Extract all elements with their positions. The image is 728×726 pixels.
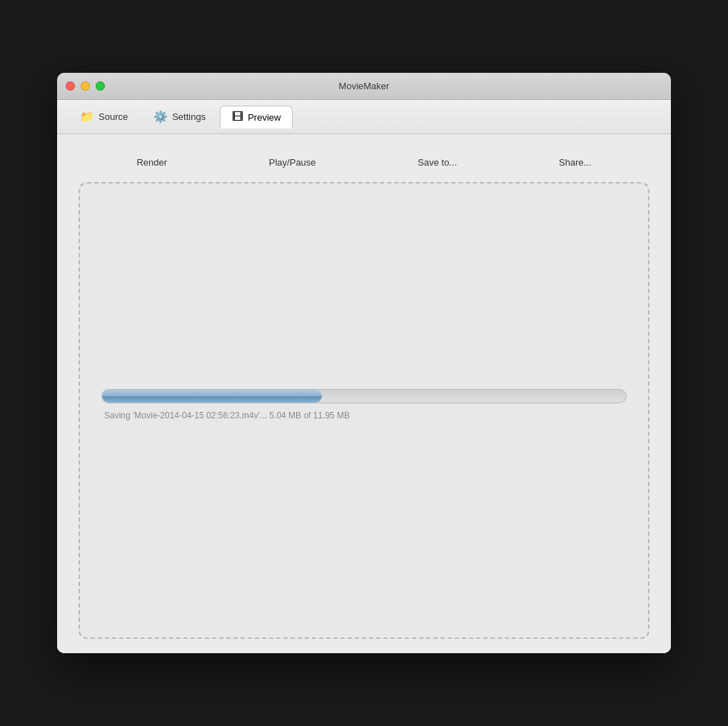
window-title: MovieMaker: [339, 81, 390, 91]
save-to-button[interactable]: Save to...: [409, 154, 465, 171]
maximize-button[interactable]: [96, 81, 105, 91]
render-button[interactable]: Render: [128, 154, 176, 171]
tab-preview-label: Preview: [248, 112, 280, 123]
play-pause-button[interactable]: Play/Pause: [261, 154, 325, 171]
preview-area: Saving 'Movie-2014-04-15 02:56:23.m4v'..…: [79, 182, 649, 639]
save-to-label: Save to...: [418, 157, 457, 168]
progress-status-text: Saving 'Movie-2014-04-15 02:56:23.m4v'..…: [101, 410, 627, 420]
share-label: Share...: [559, 157, 592, 168]
action-bar: Render Play/Pause Save to... Share...: [71, 148, 657, 182]
app-window: MovieMaker 📁 Source ⚙️ Settings 🎞 Previe…: [57, 73, 671, 653]
titlebar: MovieMaker: [57, 73, 671, 100]
render-label: Render: [136, 157, 167, 168]
gear-icon: ⚙️: [153, 110, 168, 123]
tab-preview[interactable]: 🎞 Preview: [220, 106, 293, 128]
film-icon: 🎞: [232, 111, 243, 123]
progress-bar-container: [101, 389, 627, 403]
tab-settings[interactable]: ⚙️ Settings: [142, 106, 217, 128]
tab-settings-label: Settings: [172, 111, 206, 122]
close-button[interactable]: [66, 81, 75, 91]
share-button[interactable]: Share...: [550, 154, 600, 171]
play-pause-label: Play/Pause: [269, 157, 316, 168]
progress-section: Saving 'Movie-2014-04-15 02:56:23.m4v'..…: [101, 389, 627, 420]
tab-source-label: Source: [98, 111, 128, 122]
content-area: Render Play/Pause Save to... Share... Sa…: [57, 134, 671, 653]
progress-bar-fill: [102, 390, 322, 403]
window-controls: [66, 81, 105, 91]
tab-source[interactable]: 📁 Source: [69, 106, 139, 128]
toolbar: 📁 Source ⚙️ Settings 🎞 Preview: [57, 100, 671, 134]
minimize-button[interactable]: [81, 81, 90, 91]
folder-icon: 📁: [80, 110, 94, 123]
